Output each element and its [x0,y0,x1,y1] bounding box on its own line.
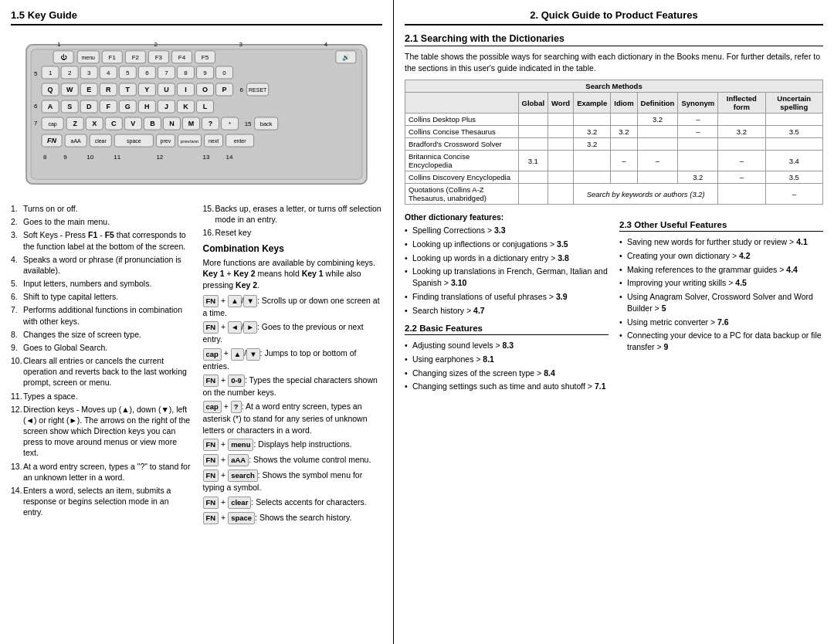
left-section-title: 1.5 Key Guide [11,9,382,25]
svg-text:6: 6 [145,69,149,76]
cell: – [765,184,822,205]
list-item: 1.Turns on or off. [11,203,191,214]
list-item: 4.Speaks a word or phrase (if pronunciat… [11,254,191,276]
bullet-item: Connecting your device to a PC for data … [619,330,823,352]
bullet-item: Finding translations of useful phrases >… [405,291,609,303]
other-useful-features: 2.3 Other Useful Features Saving new wor… [619,212,823,395]
table-row: Quotations (Collins A-Z Thesaurus, unabr… [405,184,823,205]
svg-text:5: 5 [34,70,38,77]
svg-text:J: J [164,103,168,110]
svg-text:S: S [67,103,72,110]
cell: – [718,171,765,184]
combo-keys-title: Combination Keys [203,243,383,254]
cell [548,114,574,126]
table-row: Collins Discovery Encyclopedia 3.2 – 3.5 [405,171,823,184]
cell: 3.2 [637,114,678,126]
svg-text:8: 8 [184,69,188,76]
col-header-dict [405,93,519,114]
svg-text:T: T [126,86,131,93]
svg-text:cap: cap [48,121,56,127]
bullet-item: Looking up inflections or conjugations >… [405,239,609,250]
svg-text:back: back [260,120,273,127]
bullet-item: Using metric converter > 7.6 [619,317,823,328]
cell: 3.2 [574,126,611,138]
svg-text:I: I [185,86,187,93]
svg-text:2: 2 [154,41,158,48]
cell [548,171,574,184]
cell [574,114,611,126]
features-row: Other dictionary features: Spelling Corr… [405,212,823,395]
svg-text:H: H [144,103,150,110]
section21-intro: The table shows the possible ways for se… [405,51,823,73]
svg-text:FN: FN [47,137,56,144]
col-header-synonym: Synonym [678,93,718,114]
list-item: 11.Types a space. [11,391,191,402]
cell: 3.2 [718,126,765,138]
combo-item: FN + aAA: Shows the volume control menu. [203,454,383,466]
svg-text:7: 7 [34,120,38,127]
list-item: 3.Soft Keys - Press F1 - F5 that corresp… [11,229,191,251]
list-item: 13.At a word entry screen, types a "?" t… [11,461,191,483]
list-item: 5.Input letters, numbers and symbols. [11,278,191,289]
other-dict-title: Other dictionary features: [405,212,609,222]
section23-title: 2.3 Other Useful Features [619,220,823,232]
svg-text:P: P [222,86,227,93]
svg-text:12: 12 [156,154,163,161]
svg-text:*: * [229,120,231,127]
svg-text:Q: Q [48,86,53,93]
cell [548,151,574,171]
table-row: Collins Concise Thesaurus 3.2 3.2 – 3.2 … [405,126,823,138]
svg-text:0: 0 [222,69,226,76]
col-header-definition: Definition [637,93,678,114]
svg-text:prev: prev [161,138,171,144]
bullet-item: Using earphones > 8.1 [405,354,609,365]
cell [637,138,678,151]
svg-text:11: 11 [114,154,120,161]
col-header-word: Word [548,93,574,114]
svg-text:10: 10 [86,154,93,161]
cell [765,114,822,126]
svg-text:5: 5 [126,69,130,76]
keyboard-area: 1 2 3 4 ⏻ menu F1 F2 F3 F4 [11,33,382,195]
svg-text:O: O [202,86,208,93]
bullet-item: Looking up words in a dictionary entry >… [405,253,609,264]
svg-text:aAA: aAA [71,138,82,144]
cell: 3.5 [765,126,822,138]
dict-and-basic-features: Other dictionary features: Spelling Corr… [405,212,609,395]
svg-text:3: 3 [239,41,243,48]
svg-text:F5: F5 [202,54,209,61]
section22-list: Adjusting sound levels > 8.3 Using earph… [405,340,609,392]
svg-text:8: 8 [43,154,47,161]
cell-span: Search by keywords or authors (3.2) [574,184,718,205]
bullet-item: Spelling Corrections > 3.3 [405,225,609,236]
bullet-item: Looking up translations in French, Germa… [405,266,609,288]
cell [518,126,548,138]
left-panel: 1.5 Key Guide 1 2 3 4 ⏻ menu [0,0,394,644]
svg-text:A: A [48,103,53,110]
svg-text:4: 4 [324,41,328,48]
col-header-inflected: Inflected form [718,93,765,114]
bullet-item: Adjusting sound levels > 8.3 [405,340,609,351]
combo-item: FN + search: Shows the symbol menu for t… [203,469,383,493]
combo-item: FN + clear: Selects accents for characte… [203,497,383,509]
svg-text:6: 6 [34,103,38,110]
svg-text:enter: enter [234,138,247,144]
svg-text:3: 3 [87,69,91,76]
list-item: 10.Clears all entries or cancels the cur… [11,355,191,388]
svg-text:E: E [86,86,91,93]
numbered-list-area: 1.Turns on or off. 2.Goes to the main me… [11,203,382,527]
cell: – [637,151,678,171]
svg-text:F4: F4 [178,54,186,61]
table-row: Bradford's Crossword Solver 3.2 [405,138,823,151]
cell [611,171,637,184]
col-header-global: Global [518,93,548,114]
svg-text:U: U [164,86,169,93]
svg-text:F: F [107,103,111,110]
svg-text:B: B [150,120,155,127]
num-list-right: 15.Backs up, erases a letter, or turns o… [203,203,383,527]
svg-text:?: ? [208,120,212,127]
svg-text:R: R [106,86,111,93]
dict-name: Quotations (Collins A-Z Thesaurus, unabr… [405,184,519,205]
svg-text:⏻: ⏻ [60,54,67,61]
svg-text:6: 6 [240,86,244,93]
